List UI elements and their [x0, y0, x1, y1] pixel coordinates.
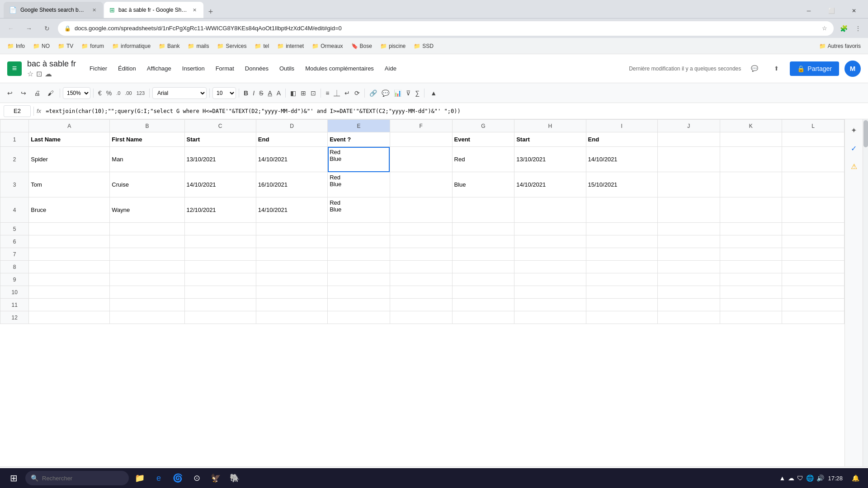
- cell-E4[interactable]: Red Blue: [328, 197, 390, 223]
- cell-C12[interactable]: [184, 311, 256, 324]
- cell-A5[interactable]: [29, 223, 110, 235]
- cell-L9[interactable]: [782, 273, 844, 286]
- bookmark-tel[interactable]: 📁 tel: [251, 41, 273, 51]
- cell-A12[interactable]: [29, 311, 110, 324]
- cell-J6[interactable]: [657, 235, 720, 248]
- cell-L6[interactable]: [782, 235, 844, 248]
- cell-C3[interactable]: 14/10/2021: [184, 172, 256, 197]
- menu-aide[interactable]: Aide: [380, 62, 401, 75]
- cell-H11[interactable]: [514, 299, 586, 311]
- cell-G9[interactable]: [452, 273, 514, 286]
- bookmark-forum[interactable]: 📁 forum: [78, 41, 108, 51]
- cell-F7[interactable]: [390, 248, 452, 261]
- col-header-f[interactable]: F: [390, 120, 452, 132]
- cell-G4[interactable]: [452, 197, 514, 223]
- move-icon[interactable]: ⊡: [36, 70, 42, 78]
- cell-B4[interactable]: Wayne: [110, 197, 184, 223]
- italic-button[interactable]: I: [251, 87, 256, 99]
- row-header-12[interactable]: 12: [0, 311, 29, 324]
- strikethrough-button[interactable]: S: [257, 87, 265, 99]
- cell-B12[interactable]: [110, 311, 184, 324]
- bookmark-ormeaux[interactable]: 📁 Ormeaux: [308, 41, 346, 51]
- cell-K11[interactable]: [720, 299, 782, 311]
- back-button[interactable]: ←: [4, 21, 18, 36]
- cell-H6[interactable]: [514, 235, 586, 248]
- row-header-3[interactable]: 3: [0, 172, 29, 197]
- cell-H7[interactable]: [514, 248, 586, 261]
- cell-J2[interactable]: [657, 147, 720, 172]
- cell-L4[interactable]: [782, 197, 844, 223]
- cell-C2[interactable]: 13/10/2021: [184, 147, 256, 172]
- cell-A6[interactable]: [29, 235, 110, 248]
- cell-B5[interactable]: [110, 223, 184, 235]
- menu-insertion[interactable]: Insertion: [178, 62, 209, 75]
- cell-K1[interactable]: [720, 132, 782, 147]
- cell-C10[interactable]: [184, 286, 256, 299]
- align-h-button[interactable]: ≡: [324, 87, 331, 99]
- cell-C7[interactable]: [184, 248, 256, 261]
- paint-format-button[interactable]: 🖌: [44, 87, 57, 99]
- cell-K2[interactable]: [720, 147, 782, 172]
- bookmark-informatique[interactable]: 📁 informatique: [108, 41, 154, 51]
- cell-E6[interactable]: [328, 235, 390, 248]
- cell-D7[interactable]: [256, 248, 327, 261]
- tray-network[interactable]: 🌐: [806, 474, 814, 482]
- start-button[interactable]: ⊞: [4, 468, 24, 488]
- minimize-button[interactable]: ─: [798, 4, 819, 18]
- col-header-k[interactable]: K: [720, 120, 782, 132]
- bookmark-tv[interactable]: 📁 TV: [54, 41, 77, 51]
- fill-color-button[interactable]: ◧: [288, 87, 298, 99]
- tab-1-close[interactable]: ✕: [90, 6, 98, 14]
- col-header-j[interactable]: J: [657, 120, 720, 132]
- tray-up-arrow[interactable]: ▲: [779, 474, 786, 482]
- scrollbar-thumb[interactable]: [863, 120, 868, 147]
- cell-H4[interactable]: [514, 197, 586, 223]
- row-header-7[interactable]: 7: [0, 248, 29, 261]
- cloud-icon[interactable]: ☁: [45, 70, 52, 78]
- cell-J4[interactable]: [657, 197, 720, 223]
- borders-button[interactable]: ⊞: [299, 87, 308, 99]
- cell-A9[interactable]: [29, 273, 110, 286]
- cell-H10[interactable]: [514, 286, 586, 299]
- bookmark-piscine[interactable]: 📁 piscine: [377, 41, 409, 51]
- cell-D5[interactable]: [256, 223, 327, 235]
- col-header-a[interactable]: A: [29, 120, 110, 132]
- cell-G7[interactable]: [452, 248, 514, 261]
- chart-button[interactable]: 📊: [392, 87, 403, 99]
- row-header-2[interactable]: 2: [0, 147, 29, 172]
- taskbar-edge[interactable]: 🌀: [169, 469, 187, 487]
- share-button[interactable]: 🔒 Partager: [790, 61, 839, 76]
- maximize-button[interactable]: ⬜: [821, 4, 842, 18]
- cell-G11[interactable]: [452, 299, 514, 311]
- font-size-select[interactable]: 10 12 14: [212, 87, 236, 99]
- bookmark-bank[interactable]: 📁 Bank: [155, 41, 183, 51]
- cell-F1[interactable]: [390, 132, 452, 147]
- tray-shield[interactable]: 🛡: [797, 474, 803, 482]
- decimal-0-button[interactable]: .0: [114, 87, 122, 99]
- star-doc-icon[interactable]: ☆: [27, 70, 33, 78]
- cell-B9[interactable]: [110, 273, 184, 286]
- cell-J7[interactable]: [657, 248, 720, 261]
- currency-button[interactable]: €: [96, 87, 104, 99]
- cell-H1[interactable]: Start: [514, 132, 586, 147]
- cell-J1[interactable]: [657, 132, 720, 147]
- cell-K12[interactable]: [720, 311, 782, 324]
- col-header-l[interactable]: L: [782, 120, 844, 132]
- cell-F4[interactable]: [390, 197, 452, 223]
- cell-H2[interactable]: 13/10/2021: [514, 147, 586, 172]
- cell-E7[interactable]: [328, 248, 390, 261]
- warning-icon[interactable]: ⚠: [847, 159, 861, 174]
- cell-K9[interactable]: [720, 273, 782, 286]
- menu-donnees[interactable]: Données: [241, 62, 273, 75]
- tab-2-close[interactable]: ✕: [191, 6, 198, 14]
- cell-C11[interactable]: [184, 299, 256, 311]
- cell-B7[interactable]: [110, 248, 184, 261]
- col-header-g[interactable]: G: [452, 120, 514, 132]
- cell-A8[interactable]: [29, 261, 110, 273]
- cell-J12[interactable]: [657, 311, 720, 324]
- percent-button[interactable]: %: [104, 87, 113, 99]
- tab-1[interactable]: 📄 Google Sheets search between t ✕: [4, 2, 103, 18]
- cell-I8[interactable]: [586, 261, 657, 273]
- cell-B1[interactable]: First Name: [110, 132, 184, 147]
- cell-L8[interactable]: [782, 261, 844, 273]
